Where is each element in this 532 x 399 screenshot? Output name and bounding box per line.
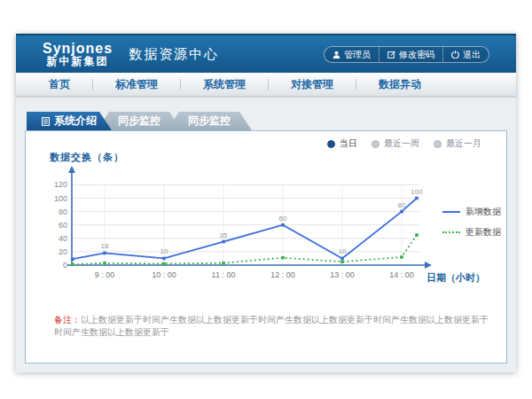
svg-text:100: 100 (411, 188, 423, 196)
footnote-text: 以上数据更新于时间产生数据以上数据更新于时间产生数据以上数据更新于时间产生数据以… (54, 315, 489, 337)
document-icon (42, 117, 50, 126)
power-icon (451, 51, 459, 59)
radio-icon (434, 140, 442, 148)
line-chart: 0204060801001209 : 0010 : 0011 : 0012 : … (43, 165, 434, 289)
svg-text:10 : 00: 10 : 00 (152, 270, 176, 279)
tab-0[interactable]: 系统介绍 (27, 112, 112, 130)
radio-label: 当日 (340, 137, 357, 150)
svg-text:60: 60 (59, 221, 67, 230)
radio-label: 最近一周 (384, 137, 419, 150)
tab-label: 同步监控 (118, 113, 160, 129)
svg-text:10: 10 (160, 247, 168, 255)
chart-svg: 0204060801001209 : 0010 : 0011 : 0012 : … (43, 165, 434, 289)
tab-label: 系统介绍 (54, 113, 97, 129)
radio-option-0[interactable]: 当日 (327, 137, 357, 150)
change-password-label: 修改密码 (399, 49, 434, 61)
y-axis-title: 数据交换（条） (50, 151, 124, 164)
svg-text:35: 35 (220, 231, 228, 239)
radio-option-2[interactable]: 最近一月 (434, 137, 481, 150)
time-range-filter: 当日最近一周最近一月 (327, 137, 481, 150)
svg-text:0: 0 (63, 261, 67, 270)
svg-text:14 : 00: 14 : 00 (389, 270, 414, 279)
edit-icon (387, 51, 395, 59)
user-icon (332, 51, 340, 59)
x-axis-title: 日期（小时） (426, 271, 485, 285)
change-password-button[interactable]: 修改密码 (379, 47, 442, 62)
logo-text-en: Synjones (43, 41, 113, 57)
radio-option-1[interactable]: 最近一周 (372, 137, 419, 150)
legend-swatch (442, 231, 460, 233)
svg-text:120: 120 (54, 180, 67, 189)
svg-text:40: 40 (59, 234, 67, 243)
svg-text:60: 60 (279, 215, 287, 223)
chart-legend: 新增数据更新数据 (442, 206, 501, 239)
svg-text:100: 100 (54, 194, 67, 203)
user-label: 管理员 (344, 49, 371, 61)
app-window: Synjones 新中新集团 数据资源中心 管理员 修改密码 退出 (16, 34, 516, 372)
tab-bar: 系统介绍同步监控同步监控 (27, 112, 252, 130)
legend-label: 新增数据 (466, 206, 501, 218)
legend-item-0: 新增数据 (442, 206, 501, 218)
radio-icon (327, 140, 335, 148)
nav-item-2[interactable]: 系统管理 (181, 77, 268, 92)
footnote: 备注：以上数据更新于时间产生数据以上数据更新于时间产生数据以上数据更新于时间产生… (54, 314, 489, 339)
svg-text:80: 80 (59, 207, 67, 216)
tab-label: 同步监控 (188, 113, 231, 129)
svg-text:10: 10 (339, 247, 347, 255)
svg-text:9 : 00: 9 : 00 (95, 270, 115, 279)
radio-icon (372, 140, 379, 148)
svg-text:80: 80 (398, 201, 406, 209)
logo-text-cn: 新中新集团 (43, 56, 113, 67)
nav-item-1[interactable]: 标准管理 (93, 77, 180, 92)
radio-label: 最近一月 (446, 137, 481, 150)
nav-item-0[interactable]: 首页 (27, 77, 92, 92)
page-title: 数据资源中心 (129, 46, 219, 63)
footnote-prefix: 备注： (54, 315, 81, 325)
svg-text:20: 20 (59, 247, 67, 256)
user-actions-group: 管理员 修改密码 退出 (324, 46, 489, 63)
nav-item-4[interactable]: 数据异动 (356, 77, 443, 92)
nav-item-3[interactable]: 对接管理 (269, 77, 356, 92)
content-panel: 当日最近一周最近一月 数据交换（条） 0204060801001209 : 00… (25, 130, 507, 364)
svg-text:13 : 00: 13 : 00 (330, 270, 355, 279)
legend-item-1: 更新数据 (442, 226, 501, 239)
svg-text:18: 18 (101, 242, 109, 250)
app-header: Synjones 新中新集团 数据资源中心 管理员 修改密码 退出 (16, 34, 516, 73)
svg-text:12 : 00: 12 : 00 (270, 270, 295, 279)
svg-text:11 : 00: 11 : 00 (212, 270, 236, 279)
logout-button[interactable]: 退出 (442, 47, 489, 62)
main-nav: 首页标准管理系统管理对接管理数据异动 (16, 73, 516, 97)
legend-swatch (442, 211, 460, 213)
legend-label: 更新数据 (466, 226, 501, 239)
user-menu-button[interactable]: 管理员 (325, 47, 379, 62)
company-logo: Synjones 新中新集团 (43, 41, 113, 68)
logout-label: 退出 (463, 49, 481, 61)
